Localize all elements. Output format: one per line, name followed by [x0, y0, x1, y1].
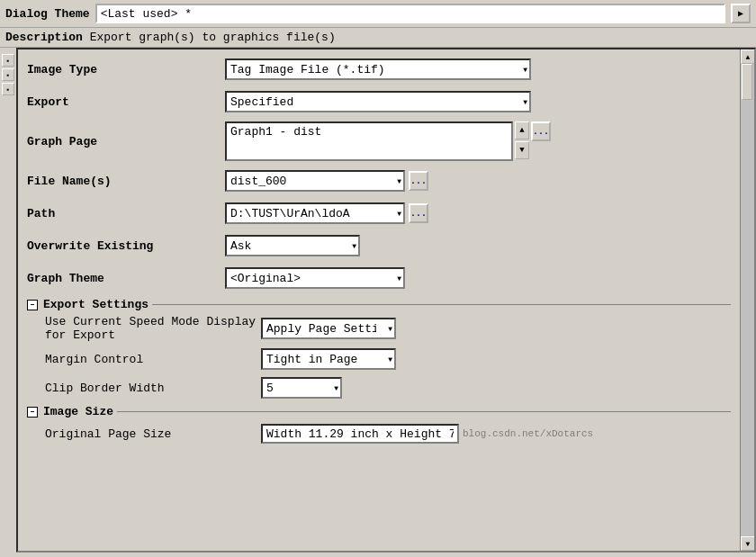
export-settings-line — [152, 304, 731, 305]
scroll-track[interactable] — [741, 64, 754, 536]
image-type-select[interactable]: Tag Image File (*.tif) — [225, 58, 531, 80]
path-browse-button[interactable]: ... — [409, 203, 428, 223]
clip-border-label: Clip Border Width — [45, 382, 261, 395]
clip-border-row: Clip Border Width 5 — [45, 376, 731, 400]
use-current-wrapper: Apply Page Setting — [261, 318, 396, 339]
overwrite-wrapper: Ask — [225, 235, 360, 256]
file-names-wrapper: dist_600 — [225, 170, 405, 192]
graph-page-textarea[interactable]: Graph1 - dist — [225, 121, 513, 161]
export-label: Export — [27, 95, 225, 109]
scroll-thumb[interactable] — [742, 64, 752, 100]
margin-wrapper: Tight in Page — [261, 348, 396, 370]
clip-border-select[interactable]: 5 — [261, 377, 342, 399]
dialog-theme-label: Dialog Theme — [5, 7, 90, 21]
graph-page-browse-button[interactable]: ... — [531, 121, 551, 141]
margin-control: Tight in Page — [261, 348, 396, 370]
overwrite-row: Overwrite Existing Ask — [27, 233, 731, 258]
overwrite-select[interactable]: Ask — [225, 235, 360, 256]
use-current-row: Use Current Speed Mode Display for Expor… — [45, 315, 731, 342]
export-settings-label: Export Settings — [43, 298, 148, 311]
margin-label: Margin Control — [45, 353, 261, 366]
image-type-wrapper: Tag Image File (*.tif) — [225, 58, 531, 80]
arrow-button[interactable]: ▶ — [731, 4, 751, 23]
image-type-label: Image Type — [27, 63, 225, 76]
graph-page-inner: Graph1 - dist ▲ ▼ ... — [225, 121, 551, 161]
scroll-up-button[interactable]: ▲ — [741, 49, 755, 64]
graph-page-scroll-up[interactable]: ▲ — [515, 121, 529, 139]
use-current-control: Apply Page Setting — [261, 318, 396, 339]
graph-theme-control: <Original> — [225, 267, 731, 289]
path-select[interactable]: D:\TUST\UrAn\ldoA — [225, 202, 405, 224]
left-icon-1[interactable]: ▪ — [2, 54, 14, 67]
graph-theme-wrapper: <Original> — [225, 267, 405, 289]
graph-page-row: Graph Page Graph1 - dist ▲ ▼ ... — [27, 121, 731, 161]
scrollbar: ▲ ▼ — [740, 49, 754, 551]
path-label: Path — [27, 207, 225, 220]
path-control: D:\TUST\UrAn\ldoA ... — [225, 202, 731, 224]
use-current-select[interactable]: Apply Page Setting — [261, 318, 396, 339]
image-size-collapse[interactable]: – — [27, 407, 38, 418]
file-names-row: File Name(s) dist_600 ... — [27, 168, 731, 193]
export-select[interactable]: Specified — [225, 91, 531, 112]
export-control: Specified — [225, 91, 731, 112]
graph-page-control: Graph1 - dist ▲ ▼ ... — [225, 121, 731, 161]
image-type-control: Tag Image File (*.tif) — [225, 58, 731, 80]
scroll-down-button[interactable]: ▼ — [741, 536, 755, 551]
file-names-label: File Name(s) — [27, 175, 225, 188]
description-bar: Description Export graph(s) to graphics … — [0, 28, 756, 48]
export-settings-header: – Export Settings — [27, 298, 731, 311]
image-size-label: Image Size — [43, 405, 113, 418]
graph-theme-row: Graph Theme <Original> — [27, 265, 731, 291]
export-settings-subsection: Use Current Speed Mode Display for Expor… — [27, 315, 731, 400]
clip-border-control: 5 — [261, 377, 342, 399]
left-icon-3[interactable]: ▪ — [2, 83, 14, 95]
overwrite-control: Ask — [225, 235, 731, 256]
path-row: Path D:\TUST\UrAn\ldoA ... — [27, 201, 731, 226]
export-wrapper: Specified — [225, 91, 531, 112]
description-label: Description — [5, 31, 83, 44]
graph-page-side: ▲ ▼ — [515, 121, 529, 161]
file-names-control: dist_600 ... — [225, 170, 731, 192]
top-bar: Dialog Theme ▶ — [0, 0, 756, 28]
margin-select[interactable]: Tight in Page — [261, 348, 396, 370]
image-size-subsection: Original Page Size blog.csdn.net/xDotarc… — [27, 422, 731, 445]
path-wrapper: D:\TUST\UrAn\ldoA — [225, 202, 405, 224]
export-row: Export Specified — [27, 89, 731, 114]
overwrite-label: Overwrite Existing — [27, 239, 225, 253]
main-panel: Image Type Tag Image File (*.tif) Export… — [16, 48, 756, 553]
theme-input[interactable] — [95, 4, 725, 23]
image-type-row: Image Type Tag Image File (*.tif) — [27, 57, 731, 82]
graph-page-label: Graph Page — [27, 135, 225, 148]
file-names-browse-button[interactable]: ... — [409, 171, 428, 191]
description-value: Export graph(s) to graphics file(s) — [90, 31, 336, 44]
graph-theme-label: Graph Theme — [27, 272, 225, 285]
margin-row: Margin Control Tight in Page — [45, 347, 731, 371]
left-icon-2[interactable]: ▪ — [2, 68, 14, 81]
original-page-control: blog.csdn.net/xDotarcs — [261, 424, 593, 444]
graph-theme-select[interactable]: <Original> — [225, 267, 405, 289]
clip-border-wrapper: 5 — [261, 377, 342, 399]
graph-page-scroll-down[interactable]: ▼ — [515, 141, 529, 159]
left-icons: ▪ ▪ ▪ — [0, 52, 16, 97]
original-page-input — [261, 424, 459, 444]
scroll-container[interactable]: Image Type Tag Image File (*.tif) Export… — [18, 49, 754, 551]
use-current-label: Use Current Speed Mode Display for Expor… — [45, 315, 261, 342]
watermark: blog.csdn.net/xDotarcs — [463, 428, 593, 439]
file-names-select[interactable]: dist_600 — [225, 170, 405, 192]
original-page-row: Original Page Size blog.csdn.net/xDotarc… — [45, 422, 731, 445]
original-page-label: Original Page Size — [45, 427, 261, 441]
export-settings-collapse[interactable]: – — [27, 300, 38, 310]
image-size-header: – Image Size — [27, 405, 731, 418]
form-container: Image Type Tag Image File (*.tif) Export… — [18, 49, 740, 458]
image-size-line — [117, 411, 731, 412]
